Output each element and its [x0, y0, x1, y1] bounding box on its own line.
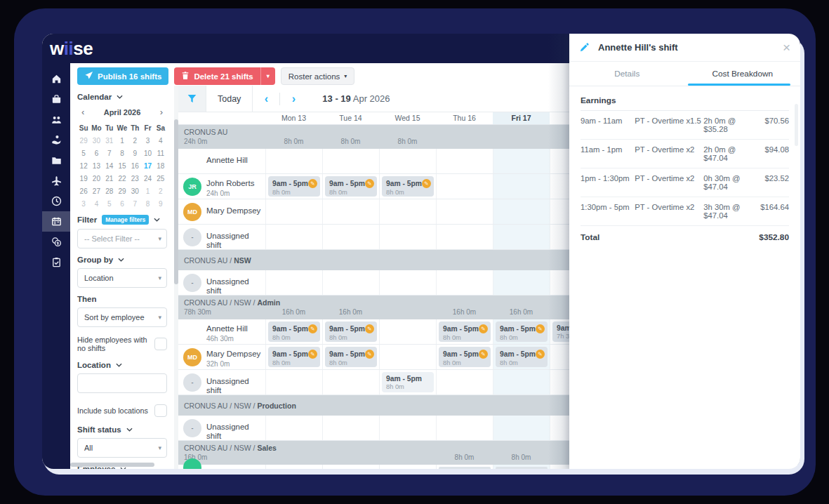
sidebar-item-coins[interactable]	[42, 232, 70, 252]
mini-calendar-day[interactable]: 21	[103, 175, 116, 183]
shift-cell[interactable]	[493, 270, 550, 295]
tab-cost-breakdown[interactable]: Cost Breakdown	[685, 62, 801, 86]
group-by-select[interactable]: Location	[77, 268, 167, 288]
mini-calendar-day[interactable]: 3	[141, 137, 154, 145]
mini-calendar-day[interactable]: 20	[90, 175, 102, 183]
filter-section-toggle[interactable]: Filter Manage filters	[77, 215, 167, 225]
location-section-toggle[interactable]: Location	[77, 361, 167, 369]
panel-scrollbar[interactable]	[795, 104, 798, 146]
shift-chip[interactable]: 9am - 5pm✎8h 0m	[268, 321, 320, 342]
shift-cell[interactable]	[379, 149, 436, 173]
mini-calendar-day[interactable]: 15	[116, 162, 128, 170]
mini-calendar-day[interactable]: 4	[154, 137, 167, 145]
shift-cell[interactable]: 9am - 5pm✎8h 0m	[265, 174, 322, 199]
shift-cell[interactable]	[436, 225, 493, 249]
mini-calendar-day[interactable]: 16	[128, 162, 141, 170]
filter-funnel-button[interactable]	[178, 86, 206, 112]
mini-calendar-day[interactable]: 19	[77, 175, 90, 183]
prev-month-button[interactable]: ‹	[80, 107, 86, 117]
shift-cell[interactable]	[493, 225, 550, 249]
manage-filters-badge[interactable]: Manage filters	[102, 215, 149, 225]
shift-cell[interactable]	[265, 149, 322, 173]
shift-cell[interactable]: ✎	[493, 465, 550, 469]
shift-chip[interactable]: 9am - 5pm✎8h 0m	[496, 321, 548, 342]
shift-chip[interactable]: 9am - 5pm✎8h 0m	[382, 176, 434, 197]
shift-cell[interactable]	[265, 416, 322, 440]
shift-cell[interactable]	[436, 199, 493, 224]
roster-actions-button[interactable]: Roster actions ▾	[281, 67, 355, 85]
mini-calendar-day[interactable]: 11	[154, 150, 167, 157]
shift-chip[interactable]: ✎	[439, 467, 491, 469]
mini-calendar-day[interactable]: 8	[141, 200, 154, 208]
shift-cell[interactable]: 9am - 5pm✎8h 0m	[265, 345, 322, 369]
next-month-button[interactable]: ›	[159, 107, 164, 117]
mini-calendar-day[interactable]: 10	[141, 150, 154, 157]
shift-cell[interactable]	[322, 416, 379, 440]
shift-cell[interactable]	[322, 149, 379, 173]
shift-cell[interactable]: 9am - 5pm✎8h 0m	[322, 319, 379, 344]
shift-cell[interactable]	[436, 174, 493, 199]
sidebar-item-hand-care[interactable]	[42, 130, 70, 150]
shift-chip[interactable]: ✎	[496, 467, 548, 469]
calendar-section-toggle[interactable]: Calendar	[77, 93, 167, 101]
shift-cell[interactable]	[379, 319, 436, 344]
mini-calendar-day[interactable]: 24	[141, 175, 154, 183]
mini-calendar-day[interactable]: 30	[128, 187, 141, 195]
shift-cell[interactable]	[322, 465, 379, 469]
mini-calendar-day[interactable]: 22	[116, 175, 128, 183]
shift-cell[interactable]	[322, 225, 379, 249]
shift-cell[interactable]	[379, 465, 436, 469]
shift-cell[interactable]: 9am - 5pm8h 0m	[379, 370, 436, 394]
delete-dropdown-caret[interactable]: ▾	[260, 67, 275, 85]
shift-cell[interactable]: 9am - 5pm✎8h 0m	[436, 319, 493, 344]
shift-cell[interactable]	[379, 416, 436, 440]
shift-cell[interactable]	[379, 225, 436, 249]
mini-calendar-day[interactable]: 29	[77, 137, 90, 145]
close-icon[interactable]: ×	[783, 41, 790, 54]
shift-cell[interactable]	[436, 416, 493, 440]
shift-cell[interactable]	[436, 149, 493, 173]
shift-cell[interactable]: 9am - 5pm✎8h 0m	[322, 174, 379, 199]
mini-calendar-day[interactable]: 6	[90, 150, 102, 157]
mini-calendar-day[interactable]: 28	[103, 187, 116, 195]
mini-calendar-day[interactable]: 26	[77, 187, 90, 195]
sidebar-item-calendar[interactable]	[42, 211, 70, 232]
shift-cell[interactable]	[493, 174, 550, 199]
mini-calendar-day[interactable]: 18	[154, 162, 167, 170]
mini-calendar-day[interactable]: 1	[141, 187, 154, 195]
shift-cell[interactable]	[493, 370, 550, 394]
shift-cell[interactable]	[265, 199, 322, 224]
shift-cell[interactable]	[265, 465, 322, 469]
shift-cell[interactable]: 9am - 5pm✎8h 0m	[493, 319, 550, 344]
mini-calendar-day[interactable]: 31	[103, 137, 116, 145]
sidebar-item-clipboard-check[interactable]	[42, 252, 70, 272]
mini-calendar-day[interactable]: 7	[128, 200, 141, 208]
mini-calendar-day[interactable]: 25	[154, 175, 167, 183]
location-input[interactable]	[77, 373, 167, 393]
shift-cell[interactable]	[265, 370, 322, 394]
prev-week-button[interactable]: ‹	[253, 93, 279, 105]
mini-calendar-day[interactable]: 14	[103, 162, 116, 170]
sidebar-item-folder[interactable]	[42, 150, 70, 171]
mini-calendar-day[interactable]: 8	[116, 150, 128, 157]
shift-cell[interactable]: 9am - 5pm✎8h 0m	[493, 345, 550, 369]
mini-calendar-day[interactable]: 4	[90, 200, 102, 208]
mini-calendar-day[interactable]: 29	[116, 187, 128, 195]
shift-cell[interactable]	[322, 199, 379, 224]
next-week-button[interactable]: ›	[280, 93, 307, 105]
shift-cell[interactable]	[493, 199, 550, 224]
shift-cell[interactable]	[436, 370, 493, 394]
shift-cell[interactable]	[322, 270, 379, 295]
sidebar-item-home[interactable]	[42, 69, 70, 89]
mini-calendar-day[interactable]: 3	[77, 200, 90, 208]
shift-chip[interactable]: 9am - 5pm✎8h 0m	[268, 347, 320, 367]
mini-calendar-day[interactable]: 2	[128, 137, 141, 145]
shift-cell[interactable]: ✎	[436, 465, 493, 469]
shift-cell[interactable]	[379, 270, 436, 295]
mini-calendar-day[interactable]: 9	[154, 200, 167, 208]
shift-cell[interactable]: 9am - 5pm✎8h 0m	[265, 319, 322, 344]
mini-calendar-day[interactable]: 9	[128, 150, 141, 157]
shift-chip[interactable]: 9am - 5pm✎8h 0m	[325, 321, 377, 342]
sort-by-select[interactable]: Sort by employee	[77, 307, 167, 327]
shift-cell[interactable]	[265, 270, 322, 295]
